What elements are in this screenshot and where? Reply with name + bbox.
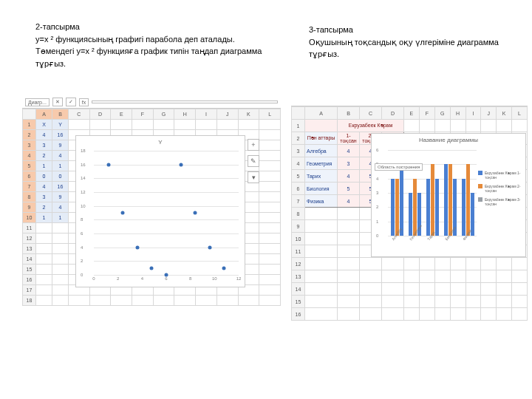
cell[interactable] — [382, 296, 404, 308]
cell[interactable] — [259, 244, 281, 254]
col-header[interactable]: E — [404, 107, 420, 120]
cell[interactable] — [259, 120, 281, 130]
cell[interactable] — [196, 296, 217, 306]
cell[interactable] — [419, 283, 434, 296]
col-header[interactable]: G — [153, 109, 174, 120]
cell[interactable] — [69, 296, 90, 306]
cell[interactable] — [338, 245, 360, 258]
row-header[interactable]: 9 — [23, 202, 36, 213]
cell[interactable] — [450, 283, 466, 296]
cell[interactable] — [305, 308, 338, 321]
fx-button-ok[interactable]: ✓ — [66, 98, 76, 106]
cell[interactable] — [305, 233, 338, 245]
cell[interactable] — [360, 308, 382, 321]
row-header[interactable]: 13 — [23, 244, 36, 254]
cell[interactable] — [174, 296, 196, 306]
cell[interactable] — [382, 258, 404, 270]
cell[interactable] — [450, 296, 466, 308]
cell[interactable]: 4 — [52, 202, 69, 213]
cell[interactable] — [305, 220, 338, 233]
cell[interactable] — [450, 308, 466, 321]
cell[interactable]: 3 — [338, 157, 360, 170]
cell[interactable] — [259, 285, 281, 296]
cell[interactable]: 1 — [52, 161, 69, 171]
row-header[interactable]: 1 — [292, 120, 305, 132]
col-header[interactable]: H — [174, 109, 196, 120]
cell[interactable] — [512, 270, 528, 283]
row-header[interactable]: 4 — [292, 157, 305, 170]
cell[interactable] — [52, 244, 69, 254]
cell[interactable] — [132, 296, 154, 306]
cell[interactable] — [338, 270, 360, 283]
col-header[interactable]: I — [466, 107, 481, 120]
cell[interactable] — [259, 182, 281, 192]
cell[interactable] — [36, 223, 52, 233]
row-header[interactable]: 3 — [292, 145, 305, 157]
cell[interactable] — [512, 308, 528, 321]
cell[interactable]: 4 — [36, 182, 52, 192]
row-header[interactable]: 8 — [23, 192, 36, 202]
table-row[interactable]: 1XY — [23, 120, 281, 130]
corner-cell[interactable] — [292, 107, 305, 120]
row-header[interactable]: 4 — [23, 151, 36, 161]
cell[interactable] — [338, 283, 360, 296]
col-header[interactable]: K — [497, 107, 512, 120]
cell[interactable] — [259, 223, 281, 233]
cell[interactable] — [52, 254, 69, 265]
cell[interactable] — [69, 120, 90, 130]
col-header[interactable]: D — [89, 109, 111, 120]
row-header[interactable]: 11 — [23, 223, 36, 233]
row-header[interactable]: 3 — [23, 140, 36, 151]
chart-brush-icon[interactable]: ✎ — [248, 155, 259, 167]
cell[interactable] — [238, 296, 259, 306]
row-header[interactable]: 7 — [23, 182, 36, 192]
row-header[interactable]: 17 — [23, 285, 36, 296]
bar-chart[interactable]: Название диаграммы 0123456АлгебраГеометр… — [371, 133, 526, 257]
col-header[interactable]: H — [450, 107, 466, 120]
row-header[interactable]: 13 — [292, 270, 305, 283]
cell[interactable] — [259, 151, 281, 161]
cell[interactable] — [434, 258, 450, 270]
row-header[interactable]: 12 — [23, 233, 36, 244]
col-header[interactable]: C — [69, 109, 90, 120]
row-header[interactable]: 2 — [23, 130, 36, 140]
cell[interactable] — [404, 296, 420, 308]
cell[interactable] — [259, 254, 281, 265]
cell[interactable] — [36, 285, 52, 296]
cell[interactable] — [259, 296, 281, 306]
cell[interactable] — [259, 192, 281, 202]
cell[interactable]: 4 — [338, 145, 360, 157]
cell[interactable] — [52, 275, 69, 285]
col-header[interactable]: B — [52, 109, 69, 120]
cell[interactable]: Пән аттары — [305, 132, 338, 145]
cell[interactable] — [360, 283, 382, 296]
cell[interactable] — [52, 233, 69, 244]
cell[interactable] — [305, 283, 338, 296]
cell[interactable] — [466, 296, 481, 308]
cell[interactable] — [338, 220, 360, 233]
cell[interactable] — [305, 245, 338, 258]
cell[interactable]: 1-тоқсан — [338, 132, 360, 145]
row-header[interactable]: 18 — [23, 296, 36, 306]
cell[interactable] — [512, 258, 528, 270]
cell[interactable] — [36, 265, 52, 275]
cell[interactable] — [132, 120, 154, 130]
cell[interactable] — [481, 283, 497, 296]
row-header[interactable]: 12 — [292, 258, 305, 270]
cell[interactable] — [36, 296, 52, 306]
cell[interactable] — [497, 296, 512, 308]
left-spreadsheet[interactable]: A B C D E F G H I J K L 1XY2416339424511… — [22, 109, 281, 306]
col-header[interactable]: A — [305, 107, 338, 120]
cell[interactable]: 1 — [36, 213, 52, 223]
chart-filter-icon[interactable]: ▾ — [248, 171, 259, 183]
cell[interactable] — [305, 120, 338, 132]
cell[interactable] — [481, 270, 497, 283]
row-header[interactable]: 5 — [292, 170, 305, 183]
cell[interactable] — [259, 161, 281, 171]
cell[interactable] — [419, 308, 434, 321]
cell[interactable] — [497, 283, 512, 296]
cell[interactable] — [497, 270, 512, 283]
cell[interactable] — [419, 296, 434, 308]
cell[interactable] — [497, 308, 512, 321]
cell[interactable]: Биология — [305, 183, 338, 195]
